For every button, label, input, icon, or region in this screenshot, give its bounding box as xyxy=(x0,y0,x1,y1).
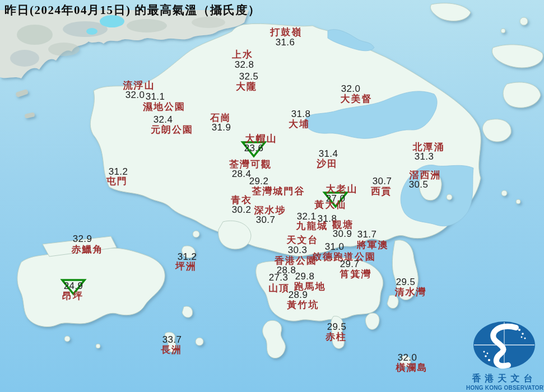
station-name-label: 昂坪 xyxy=(62,291,83,301)
station-value: 32.1 xyxy=(297,212,316,221)
station-name-label: 橫瀾島 xyxy=(396,363,428,372)
station-name-label: 流浮山 xyxy=(123,81,155,90)
station-name-label: 濕地公園 xyxy=(143,102,185,111)
station-value: 31.2 xyxy=(109,167,128,176)
station-name-label: 西貢 xyxy=(371,186,392,196)
station-name-label: 青衣 xyxy=(231,195,252,205)
station-value: 31.1 xyxy=(146,92,165,101)
station-name-label: 北潭涌 xyxy=(413,142,445,152)
hong-kong-map: 昨日(2024年04月15日) 的最高氣溫（攝氏度） 打鼓嶺31.6上水32.8… xyxy=(0,0,544,392)
station-name-label: 大隴 xyxy=(236,82,257,91)
station-value: 32.5 xyxy=(239,72,258,81)
station-value: 32.9 xyxy=(73,234,92,244)
station-name-label: 大美督 xyxy=(341,94,373,104)
hko-logo-name-zh: 香港天文台 xyxy=(466,373,542,385)
station-name-label: 荃灣可觀 xyxy=(229,160,272,169)
station-value: 30.9 xyxy=(333,229,352,239)
station-name-label: 長洲 xyxy=(161,345,182,354)
map-title: 昨日(2024年04月15日) 的最高氣溫（攝氏度） xyxy=(4,2,261,18)
stations-layer: 打鼓嶺31.6上水32.8大隴32.5流浮山32.0濕地公園31.1元朗公園32… xyxy=(0,0,544,392)
station-name-label: 九龍城 xyxy=(296,221,328,231)
station-name-label: 將軍澳 xyxy=(357,240,389,250)
station-value: 29.5 xyxy=(327,322,346,332)
hko-logo-icon xyxy=(470,320,538,370)
station-value: 29.7 xyxy=(340,259,359,269)
station-name-label: 坪洲 xyxy=(175,262,197,271)
station-value: 31.0 xyxy=(325,242,344,251)
station-value: 28.9 xyxy=(289,290,308,300)
station-value: 31.4 xyxy=(319,149,338,158)
station-value: 24.9 xyxy=(64,281,83,291)
station-name-label: 沙田 xyxy=(317,159,338,169)
station-name-label: 元朗公園 xyxy=(151,125,193,134)
station-value: 31.2 xyxy=(178,252,197,262)
station-name-label: 天文台 xyxy=(287,235,319,245)
hko-logo: 香港天文台 HONG KONG OBSERVATORY xyxy=(466,320,542,391)
station-name-label: 黃大仙 xyxy=(315,200,347,209)
station-name-label: 山頂 xyxy=(268,283,290,293)
station-value: 30.7 xyxy=(373,176,392,186)
station-name-label: 大帽山 xyxy=(245,134,277,143)
station-name-label: 上水 xyxy=(232,50,253,59)
station-name-label: 屯門 xyxy=(106,176,128,186)
station-value: 32.8 xyxy=(235,60,254,69)
station-name-label: 筲箕灣 xyxy=(340,269,372,279)
station-value: 23.6 xyxy=(244,143,263,153)
station-value: 32.0 xyxy=(125,90,145,100)
station-value: 30.2 xyxy=(232,205,251,214)
station-name-label: 赤鱲角 xyxy=(72,245,104,254)
station-name-label: 大埔 xyxy=(289,119,310,129)
station-value: 29.8 xyxy=(295,272,314,281)
station-value: 32.0 xyxy=(398,353,417,362)
station-value: 29.5 xyxy=(396,277,415,287)
station-name-label: 清水灣 xyxy=(395,287,427,297)
station-name-label: 赤柱 xyxy=(326,332,347,342)
station-value: 32.4 xyxy=(154,115,173,124)
station-value: 28.4 xyxy=(232,169,251,179)
station-value: 31.8 xyxy=(291,109,310,119)
station-name-label: 大老山 xyxy=(326,184,358,194)
station-name-label: 荃灣城門谷 xyxy=(252,186,305,196)
station-value: 31.3 xyxy=(415,152,434,161)
station-value: 31.7 xyxy=(357,230,376,239)
station-name-label: 滘西洲 xyxy=(410,170,441,180)
station-name-label: 打鼓嶺 xyxy=(271,27,303,37)
station-name-label: 香港公園 xyxy=(275,256,317,265)
station-value: 31.6 xyxy=(276,38,295,47)
station-value: 27.3 xyxy=(269,273,288,282)
station-value: 30.3 xyxy=(288,245,307,255)
station-value: 33.7 xyxy=(162,335,182,344)
station-name-label: 深水埗 xyxy=(254,206,286,215)
station-value: 30.5 xyxy=(409,180,428,189)
hko-logo-name-en: HONG KONG OBSERVATORY xyxy=(466,385,542,391)
station-name-label: 黃竹坑 xyxy=(287,300,319,310)
station-value: 31.9 xyxy=(212,123,231,132)
station-value: 29.2 xyxy=(249,176,268,186)
station-value: 30.7 xyxy=(256,215,275,225)
station-name-label: 石崗 xyxy=(210,113,231,123)
station-value: 32.0 xyxy=(341,84,360,94)
